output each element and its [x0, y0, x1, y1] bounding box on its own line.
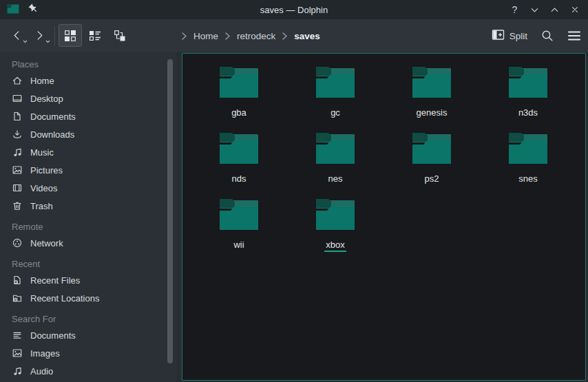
- music-icon: [12, 147, 23, 158]
- sidebar-section-title: Search For: [0, 311, 176, 326]
- back-history-caret[interactable]: [23, 34, 28, 46]
- sidebar-item-pictures[interactable]: Pictures: [0, 161, 176, 179]
- folder-n3ds[interactable]: n3ds: [480, 65, 576, 131]
- window-body: PlacesHomeDesktopDocumentsDownloadsMusic…: [0, 52, 588, 382]
- minimize-button[interactable]: [528, 3, 541, 17]
- recent-locations-icon: [12, 293, 23, 304]
- folder-gba[interactable]: gba: [191, 65, 287, 131]
- folder-icon: [411, 65, 452, 99]
- downloads-icon: [12, 129, 23, 140]
- image-icon: [12, 348, 23, 359]
- sidebar-item-videos[interactable]: Videos: [0, 179, 176, 197]
- folder-icon: [411, 131, 452, 165]
- sidebar-item-label: Desktop: [30, 94, 63, 104]
- trash-icon: [12, 200, 23, 211]
- sidebar-item-label: Downloads: [30, 129, 74, 140]
- toolbar: Homeretrodecksaves Split: [0, 19, 588, 52]
- sidebar-item-documents[interactable]: Documents: [0, 326, 176, 344]
- forward-history-caret[interactable]: [45, 34, 50, 46]
- folder-nds[interactable]: nds: [191, 131, 287, 197]
- sidebar-item-desktop[interactable]: Desktop: [0, 89, 176, 107]
- sidebar-item-trash[interactable]: Trash: [0, 197, 176, 215]
- sidebar-item-label: Pictures: [30, 165, 63, 176]
- back-button[interactable]: [6, 24, 28, 47]
- breadcrumb-chevron-icon: [224, 32, 231, 41]
- folder-label: xbox: [324, 240, 346, 252]
- forward-button[interactable]: [28, 24, 51, 47]
- folder-icon: [218, 131, 260, 165]
- sidebar-item-label: Recent Locations: [30, 293, 99, 304]
- folder-icon: [315, 65, 356, 99]
- folder-label: gba: [230, 107, 248, 120]
- folder-icon: [315, 197, 356, 231]
- breadcrumb-item-saves[interactable]: saves: [294, 31, 320, 41]
- folder-xbox[interactable]: xbox: [287, 197, 384, 263]
- folder-grid: gbagcgenesisn3dsndsnesps2sneswiixbox: [182, 54, 585, 263]
- folder-genesis[interactable]: genesis: [384, 65, 480, 131]
- icons-view-button[interactable]: [59, 24, 82, 47]
- sidebar-item-home[interactable]: Home: [0, 72, 176, 89]
- network-icon: [12, 237, 23, 248]
- titlebar: saves — Dolphin ?: [0, 0, 588, 19]
- folder-ps2[interactable]: ps2: [384, 131, 480, 197]
- folder-view[interactable]: gbagcgenesisn3dsndsnesps2sneswiixbox: [182, 53, 586, 381]
- sidebar-item-music[interactable]: Music: [0, 143, 176, 161]
- sidebar-item-audio[interactable]: Audio: [0, 362, 176, 380]
- sidebar-item-label: Trash: [30, 201, 53, 211]
- breadcrumb-chevron-icon: [181, 32, 187, 41]
- folder-icon: [507, 131, 549, 165]
- sidebar-section-title: Remote: [0, 219, 176, 234]
- dolphin-window: saves — Dolphin ?: [0, 0, 588, 382]
- pin-icon[interactable]: [28, 3, 39, 17]
- sidebar-item-label: Home: [30, 76, 54, 86]
- folder-icon: [218, 197, 260, 231]
- folder-label: ps2: [423, 173, 441, 186]
- toolbar-separator: [54, 26, 55, 45]
- places-panel: PlacesHomeDesktopDocumentsDownloadsMusic…: [0, 52, 176, 382]
- videos-icon: [12, 182, 23, 193]
- sidebar-item-documents[interactable]: Documents: [0, 107, 176, 125]
- home-icon: [12, 75, 23, 86]
- maximize-button[interactable]: [548, 3, 561, 17]
- folder-snes[interactable]: snes: [480, 131, 576, 197]
- tree-view-button[interactable]: [108, 24, 132, 47]
- menu-button[interactable]: [567, 30, 581, 41]
- folder-label: snes: [517, 173, 538, 186]
- breadcrumb-chevron-icon: [282, 32, 288, 41]
- sidebar-item-recent-locations[interactable]: Recent Locations: [0, 289, 176, 307]
- sidebar-item-downloads[interactable]: Downloads: [0, 125, 176, 143]
- folder-label: genesis: [415, 107, 449, 120]
- sidebar-scrollbar[interactable]: [167, 59, 173, 363]
- folder-label: nes: [327, 173, 344, 186]
- sidebar-item-images[interactable]: Images: [0, 344, 176, 362]
- folder-label: n3ds: [517, 107, 539, 120]
- breadcrumb-item-home[interactable]: Home: [193, 31, 218, 41]
- search-button[interactable]: [540, 29, 554, 43]
- folder-wii[interactable]: wii: [191, 197, 287, 263]
- sidebar-item-recent-files[interactable]: Recent Files: [0, 271, 176, 289]
- sidebar-item-label: Images: [30, 348, 60, 359]
- folder-label: nds: [231, 173, 248, 186]
- text-lines-icon: [12, 330, 23, 341]
- breadcrumb: Homeretrodecksaves: [181, 19, 320, 52]
- close-button[interactable]: [568, 3, 581, 17]
- window-title: saves — Dolphin: [260, 0, 328, 19]
- sidebar-section-title: Recent: [0, 256, 176, 271]
- sidebar-item-label: Documents: [30, 112, 76, 122]
- recent-files-icon: [12, 275, 23, 286]
- folder-gc[interactable]: gc: [287, 65, 384, 131]
- sidebar-item-label: Documents: [30, 330, 76, 341]
- details-view-button[interactable]: [83, 24, 107, 47]
- folder-label: gc: [329, 107, 342, 120]
- folder-icon: [218, 65, 260, 99]
- split-button[interactable]: Split: [492, 29, 527, 43]
- sidebar-item-network[interactable]: Network: [0, 234, 176, 252]
- sidebar-item-label: Network: [30, 238, 63, 248]
- breadcrumb-item-retrodeck[interactable]: retrodeck: [237, 31, 275, 41]
- audio-icon: [12, 365, 23, 376]
- help-button[interactable]: ?: [508, 3, 521, 17]
- folder-icon: [315, 131, 356, 165]
- sidebar-section-title: Places: [0, 56, 176, 72]
- folder-nes[interactable]: nes: [287, 131, 384, 197]
- split-icon: [492, 29, 505, 43]
